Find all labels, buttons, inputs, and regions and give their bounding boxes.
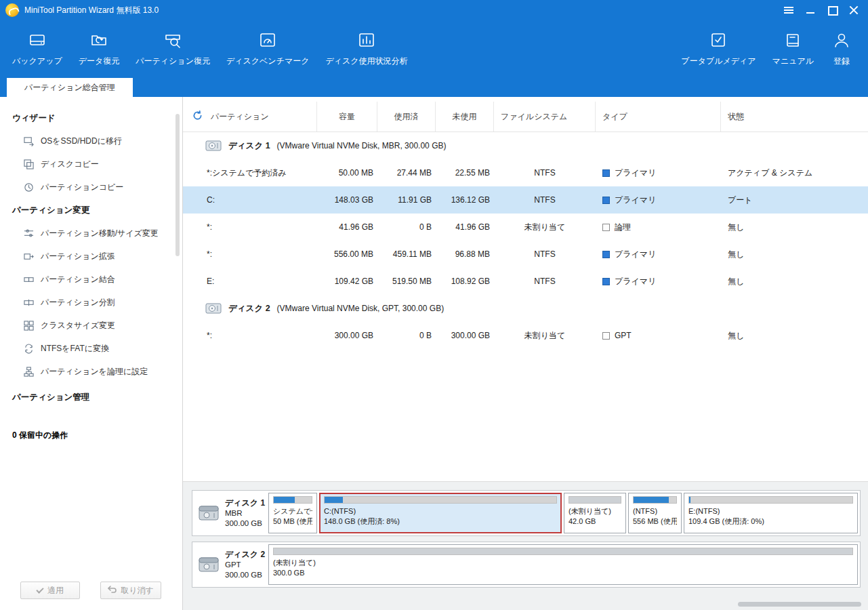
- disk-benchmark-icon: [256, 28, 279, 52]
- manual-icon: [781, 28, 804, 52]
- toolbar-register-button[interactable]: 登録: [822, 27, 861, 68]
- apply-button[interactable]: 適用: [20, 582, 80, 599]
- sidebar-item-set-logical[interactable]: パーティションを論理に設定: [0, 360, 182, 383]
- extend-partition-icon: [23, 251, 34, 262]
- partition-row-c[interactable]: C: 148.03 GB 11.91 GB 136.12 GB NTFS プライ…: [183, 186, 868, 214]
- toolbar-partition-recovery-button[interactable]: パーティション復元: [127, 27, 218, 68]
- sidebar-item-extend[interactable]: パーティション拡張: [0, 245, 182, 268]
- type-color-square: [602, 169, 610, 177]
- map-block-unallocated-1[interactable]: (未割り当て) 42.0 GB: [564, 493, 626, 533]
- partition-row-e[interactable]: E: 109.42 GB 519.50 MB 108.92 GB NTFS プラ…: [183, 268, 868, 295]
- sidebar-item-move-resize[interactable]: パーティション移動/サイズ変更: [0, 222, 182, 245]
- usage-bar: [324, 496, 557, 504]
- partition-row-unallocated-1[interactable]: *: 41.96 GB 0 B 41.96 GB 未割り当て 論理 無し: [183, 214, 868, 241]
- maximize-icon[interactable]: [827, 5, 837, 15]
- toolbar: バックアップ データ復元 パーティション復元 ディスクベンチマーク: [0, 20, 868, 78]
- col-capacity: 容量: [317, 102, 377, 131]
- merge-partition-icon: [23, 274, 34, 285]
- bootable-media-icon: [707, 28, 730, 52]
- tabbar: パーティション総合管理: [0, 78, 868, 97]
- col-used: 使用済: [377, 102, 436, 131]
- disk-copy-icon: [23, 159, 34, 169]
- toolbar-manual-button[interactable]: マニュアル: [764, 27, 822, 68]
- sidebar-section-change: パーティション変更: [0, 199, 182, 222]
- migrate-os-icon: [23, 136, 34, 146]
- sidebar-item-split[interactable]: パーティション分割: [0, 291, 182, 314]
- disk-map-panel: ディスク 1 MBR 300.00 GB システムで予約 50 MB (使用:: [183, 481, 868, 610]
- col-partition: パーティション: [211, 111, 269, 123]
- tab-partition-management[interactable]: パーティション総合管理: [7, 78, 133, 97]
- col-type: タイプ: [596, 102, 721, 131]
- register-icon: [830, 28, 853, 52]
- sidebar-item-migrate-os[interactable]: OSをSSD/HDDに移行: [0, 129, 182, 152]
- convert-ntfs-fat-icon: [23, 343, 34, 354]
- menu-icon[interactable]: [784, 5, 793, 15]
- disk1-group-header[interactable]: ディスク 1 (VMware Virtual NVMe Disk, MBR, 3…: [183, 132, 868, 159]
- refresh-icon[interactable]: [192, 110, 203, 123]
- usage-bar: [569, 496, 621, 504]
- backup-icon: [26, 28, 49, 52]
- sidebar-item-disk-copy[interactable]: ディスクコピー: [0, 152, 182, 176]
- map-block-e[interactable]: E:(NTFS) 109.4 GB (使用済: 0%): [684, 493, 858, 533]
- move-resize-icon: [23, 228, 34, 239]
- titlebar: MiniTool Partition Wizard 無料版 13.0: [0, 0, 868, 20]
- usage-bar: [633, 496, 677, 504]
- space-analyzer-icon: [355, 28, 378, 52]
- disk-scheme: MBR: [225, 508, 265, 518]
- sidebar-item-ntfs-to-fat[interactable]: NTFSをFATに変換: [0, 337, 182, 360]
- sidebar-item-cluster-size[interactable]: クラスタサイズ変更: [0, 314, 182, 337]
- minimize-icon[interactable]: [806, 5, 815, 15]
- disk-size: 300.00 GB: [225, 570, 265, 580]
- col-status: 状態: [721, 102, 868, 131]
- disk1-map-card: ディスク 1 MBR 300.00 GB システムで予約 50 MB (使用:: [192, 490, 861, 536]
- col-unused: 未使用: [436, 102, 494, 131]
- partition-recovery-icon: [161, 28, 184, 52]
- partition-table: パーティション 容量 使用済 未使用 ファイルシステム タイプ 状態 ディスク …: [183, 97, 868, 481]
- disk-icon: [205, 140, 222, 152]
- data-recovery-icon: [87, 28, 110, 52]
- disk-drive-icon: [198, 504, 220, 522]
- type-color-square: [602, 224, 610, 231]
- partition-row-disk2-unallocated[interactable]: *: 300.00 GB 0 B 300.00 GB 未割り当て GPT 無し: [183, 322, 868, 349]
- partition-row-recovery[interactable]: *: 556.00 MB 459.11 MB 96.88 MB NTFS プライ…: [183, 241, 868, 268]
- map-block-recovery[interactable]: (NTFS) 556 MB (使用: [628, 493, 682, 533]
- map-block-c[interactable]: C:(NTFS) 148.0 GB (使用済: 8%): [319, 493, 562, 533]
- sidebar-section-manage: パーティション管理: [0, 386, 182, 409]
- partition-copy-icon: [23, 182, 34, 192]
- map-block-system-reserved[interactable]: システムで予約 50 MB (使用:: [268, 493, 317, 533]
- toolbar-space-analyzer-button[interactable]: ディスク使用状況分析: [317, 27, 415, 68]
- undo-button[interactable]: 取り消す: [100, 582, 161, 599]
- usage-bar: [273, 548, 853, 555]
- map-block-disk2-unallocated[interactable]: (未割り当て) 300.0 GB: [268, 544, 858, 585]
- sidebar-section-wizard: ウィザード: [0, 106, 182, 129]
- usage-bar: [688, 496, 853, 504]
- sidebar-item-partition-copy[interactable]: パーティションコピー: [0, 176, 182, 199]
- toolbar-disk-benchmark-button[interactable]: ディスクベンチマーク: [218, 27, 318, 68]
- app-window: MiniTool Partition Wizard 無料版 13.0 バックアッ…: [0, 0, 868, 610]
- type-color-square: [602, 278, 610, 285]
- sidebar: ウィザード OSをSSD/HDDに移行 ディスクコピー パーティションコピー パ…: [0, 97, 183, 610]
- toolbar-bootable-media-button[interactable]: ブータブルメディア: [673, 27, 764, 68]
- disk-drive-icon: [198, 556, 220, 573]
- usage-bar: [273, 496, 312, 504]
- disk2-group-header[interactable]: ディスク 2 (VMware Virtual NVMe Disk, GPT, 3…: [183, 295, 868, 322]
- partition-row-system-reserved[interactable]: *:システムで予約済み 50.00 MB 27.44 MB 22.55 MB N…: [183, 159, 868, 186]
- main-panel: パーティション 容量 使用済 未使用 ファイルシステム タイプ 状態 ディスク …: [183, 97, 868, 610]
- col-filesystem: ファイルシステム: [494, 102, 596, 131]
- disk-name: ディスク 2: [225, 550, 265, 560]
- sidebar-scrollbar[interactable]: [175, 114, 180, 256]
- toolbar-data-recovery-button[interactable]: データ復元: [70, 27, 128, 68]
- app-logo-icon: [5, 3, 19, 17]
- type-color-square: [602, 197, 610, 204]
- split-partition-icon: [23, 297, 34, 308]
- close-icon[interactable]: [849, 5, 859, 15]
- undo-arrow-icon: [108, 586, 117, 595]
- toolbar-backup-button[interactable]: バックアップ: [4, 27, 70, 68]
- horizontal-scrollbar[interactable]: [738, 602, 861, 607]
- disk-icon: [205, 302, 222, 314]
- disk2-map-card: ディスク 2 GPT 300.00 GB (未割り当て) 300.0 GB: [192, 542, 861, 588]
- pending-operations-label: 0 保留中の操作: [0, 425, 182, 445]
- disk-name: ディスク 1: [225, 498, 265, 508]
- type-color-square: [602, 332, 610, 340]
- sidebar-item-merge[interactable]: パーティション結合: [0, 268, 182, 291]
